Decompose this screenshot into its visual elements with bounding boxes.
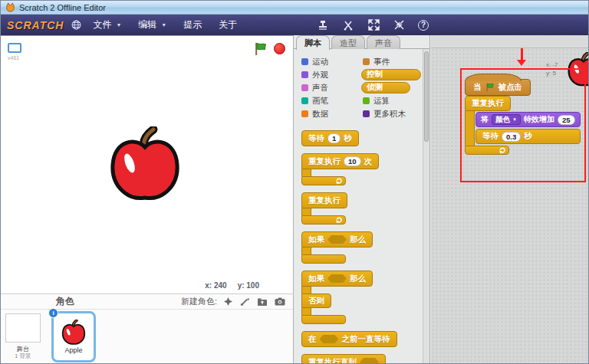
menu-tips[interactable]: 提示 (175, 15, 210, 35)
annotation-arrow (517, 48, 526, 66)
green-flag-button[interactable] (254, 42, 268, 56)
effect-value-slot[interactable]: 25 (558, 115, 575, 125)
category-swatch (301, 58, 308, 65)
category-swatch (301, 71, 308, 78)
repeat-value-slot[interactable]: 10 (344, 156, 361, 166)
menu-about[interactable]: 关于 (210, 15, 245, 35)
duplicate-icon[interactable] (317, 19, 329, 31)
upload-sprite-icon[interactable] (257, 297, 268, 307)
sprite-panel-header: 角色 新建角色: (1, 294, 293, 310)
stop-button[interactable] (274, 43, 285, 54)
forever-block[interactable]: 重复执行 (301, 192, 397, 225)
block-list: 等待 1 秒 重复执行 10 次 重复执行 (301, 130, 397, 364)
category-more-blocks[interactable]: 更多积木 (361, 109, 421, 120)
window-title: Scratch 2 Offline Editor (19, 3, 106, 12)
editor-tabs: 脚本 造型 声音 (296, 35, 400, 50)
wait-block[interactable]: 等待 1 秒 (301, 130, 359, 146)
if-then-block[interactable]: 如果 那么 (301, 231, 397, 264)
category-looks[interactable]: 外观 (300, 70, 360, 80)
category-swatch (301, 97, 308, 104)
sprite-name-label: Apple (64, 346, 82, 354)
stage: v461 x: 240 y: 100 (1, 35, 294, 293)
repeat-until-block[interactable]: 重复执行直到 (301, 354, 397, 364)
green-flag-icon (485, 83, 495, 92)
boolean-slot[interactable] (327, 235, 347, 244)
change-effect-block[interactable]: 将 颜色 特效增加 25 (475, 112, 581, 127)
if-else-block[interactable]: 如果 那么 否则 (301, 271, 397, 324)
script-stack[interactable]: 当 被点击 重复执行 将 颜色 特效增加 25 (465, 71, 581, 155)
small-stage-toggle-icon[interactable] (8, 43, 21, 53)
shrink-icon[interactable] (393, 19, 405, 31)
tab-costumes[interactable]: 造型 (331, 35, 365, 49)
tab-sounds[interactable]: 声音 (367, 35, 400, 49)
loop-arrow-icon (499, 146, 506, 155)
category-list: 运动 外观 声音 画笔 数据 事件 控制 (300, 55, 421, 120)
category-swatch (301, 84, 308, 91)
apple-sprite-on-stage[interactable] (107, 126, 183, 203)
delete-icon[interactable] (342, 19, 354, 31)
new-sprite-buttons (223, 297, 285, 307)
stage-thumbnail[interactable] (5, 313, 41, 343)
menu-edit[interactable]: 编辑 (130, 15, 175, 35)
sprite-info-icon[interactable]: i (48, 308, 58, 318)
category-motion[interactable]: 运动 (300, 57, 360, 67)
category-sensing[interactable]: 侦测 (361, 82, 410, 93)
wait-until-block[interactable]: 在 之前一直等待 (301, 331, 397, 347)
category-pen[interactable]: 画笔 (300, 96, 360, 107)
effect-dropdown[interactable]: 颜色 (492, 114, 521, 125)
category-operators[interactable]: 运算 (361, 96, 421, 107)
category-data[interactable]: 数据 (300, 109, 360, 120)
script-area-header (431, 35, 588, 48)
forever-block-script[interactable]: 重复执行 将 颜色 特效增加 25 等待 0.3 秒 (465, 96, 581, 155)
readout-x: x: -7 (546, 61, 558, 69)
boolean-slot[interactable] (327, 274, 347, 283)
cursor-toolbar: ? (317, 15, 429, 35)
sprite-thumbnail-apple[interactable]: i Apple (51, 311, 96, 362)
palette-scrollbar-thumb[interactable] (424, 51, 429, 142)
help-icon[interactable]: ? (418, 20, 429, 31)
sprite-list: 舞台 1 背景 i Apple (1, 310, 293, 364)
repeat-block[interactable]: 重复执行 10 次 (301, 153, 397, 185)
boolean-slot[interactable] (360, 358, 379, 364)
sprites-header-label: 角色 (56, 295, 74, 308)
category-swatch (363, 97, 370, 104)
palette-scrollbar[interactable] (423, 49, 429, 364)
sprite-panel: 角色 新建角色: 舞台 1 背景 i (1, 293, 294, 364)
category-control[interactable]: 控制 (361, 69, 421, 80)
wait-value-slot[interactable]: 1 (327, 133, 341, 143)
script-area: x: -7 y: 5 当 被点击 重复执行 将 颜色 (431, 48, 589, 364)
scratch-editor-window: Scratch 2 Offline Editor SCRATCH 文件 编辑 提… (0, 0, 589, 364)
when-flag-clicked-block[interactable]: 当 被点击 (465, 79, 531, 96)
mouse-coords: x: 240 y: 100 (205, 281, 259, 290)
menu-file[interactable]: 文件 (84, 15, 130, 35)
paint-sprite-icon[interactable] (240, 297, 250, 307)
coord-x: x: 240 (205, 281, 226, 290)
category-swatch (363, 110, 370, 117)
wait-block-script[interactable]: 等待 0.3 秒 (475, 129, 581, 144)
boolean-slot[interactable] (320, 335, 339, 343)
menubar: SCRATCH 文件 编辑 提示 关于 ? (1, 15, 588, 35)
loop-arrow-icon (335, 177, 343, 185)
version-label: v461 (8, 55, 19, 61)
camera-sprite-icon[interactable] (275, 297, 285, 307)
new-sprite-label: 新建角色: (181, 296, 217, 307)
scratch-logo[interactable]: SCRATCH (7, 19, 64, 31)
coord-y: y: 100 (238, 281, 259, 290)
category-swatch (363, 58, 370, 65)
tab-scripts[interactable]: 脚本 (296, 35, 330, 50)
block-palette-panel: 脚本 造型 声音 运动 外观 声音 画笔 数据 (294, 35, 430, 364)
loop-arrow-icon (335, 216, 343, 225)
category-sound[interactable]: 声音 (300, 83, 360, 93)
language-globe-icon[interactable] (71, 20, 81, 30)
category-swatch (301, 110, 308, 117)
sprite-library-icon[interactable] (223, 297, 233, 307)
titlebar: Scratch 2 Offline Editor (1, 1, 588, 15)
scratch-cat-icon (5, 2, 15, 12)
stage-backdrop-count: 1 背景 (5, 353, 41, 360)
grow-icon[interactable] (367, 19, 380, 31)
category-events[interactable]: 事件 (361, 57, 421, 67)
wait-value-slot[interactable]: 0.3 (502, 132, 521, 142)
